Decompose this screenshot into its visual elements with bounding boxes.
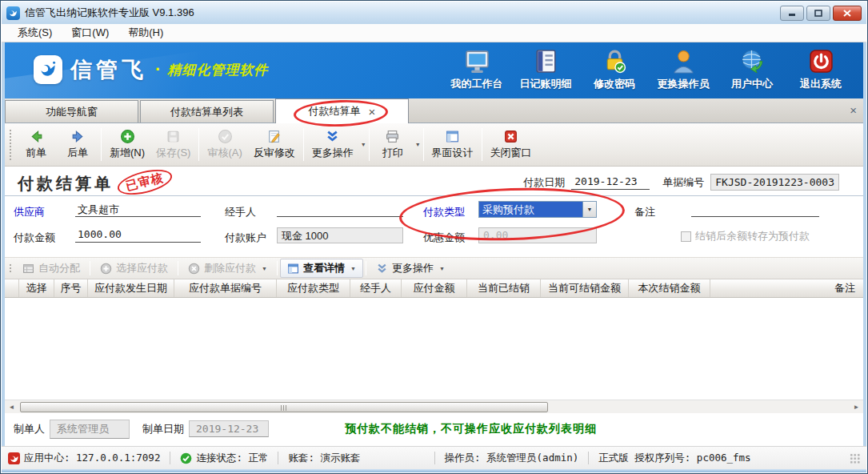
create-date-label: 制单日期 bbox=[142, 422, 184, 436]
connection-ok-icon bbox=[180, 452, 192, 464]
toolbar-separator bbox=[198, 128, 199, 161]
x-circle-grey-icon bbox=[188, 263, 200, 275]
toolbar-separator bbox=[482, 128, 482, 161]
col-payable-date[interactable]: 应付款发生日期 bbox=[88, 279, 174, 297]
pay-type-label: 付款类型 bbox=[423, 205, 465, 219]
col-remark[interactable]: 备注 bbox=[710, 279, 863, 297]
col-payable-amount[interactable]: 应付金额 bbox=[402, 279, 467, 297]
unaudit-edit-button[interactable]: 反审修改 bbox=[248, 127, 301, 163]
maximize-button[interactable] bbox=[806, 6, 830, 21]
window-title: 信管飞出纳记账软件专业版 V9.1.396 bbox=[25, 6, 194, 20]
user-center-button[interactable]: 用户中心 bbox=[718, 48, 786, 91]
scroll-right-icon[interactable]: ► bbox=[850, 400, 863, 414]
col-handler[interactable]: 经手人 bbox=[350, 279, 402, 297]
dropdown-caret-icon[interactable]: ▼ bbox=[582, 202, 596, 217]
grid-more-caret-icon[interactable]: ▼ bbox=[439, 266, 445, 271]
change-password-button[interactable]: 修改密码 bbox=[580, 48, 649, 91]
workbench-monitor-icon bbox=[464, 48, 490, 74]
menu-help[interactable]: 帮助(H) bbox=[120, 24, 171, 42]
brand-area: 信管飞 · 精细化管理软件 bbox=[34, 55, 268, 84]
remark-field[interactable] bbox=[691, 202, 819, 217]
pay-date-field[interactable]: 2019-12-23 bbox=[571, 175, 650, 190]
tab-payment-form[interactable]: 付款结算单 × bbox=[275, 98, 409, 123]
col-payable-doc-no[interactable]: 应付款单据编号 bbox=[174, 279, 277, 297]
gridbar-separator bbox=[277, 261, 278, 275]
scroll-left-icon[interactable]: ◄ bbox=[5, 400, 18, 414]
more-actions-caret-icon[interactable]: ▼ bbox=[361, 142, 366, 147]
workbench-button[interactable]: 我的工作台 bbox=[442, 48, 511, 91]
pay-type-dropdown[interactable]: 采购预付款 ▼ bbox=[478, 201, 597, 218]
tab-strip: 功能导航窗 付款结算单列表 付款结算单 × × bbox=[5, 98, 863, 123]
layout-window-icon bbox=[445, 129, 460, 144]
menu-system[interactable]: 系统(S) bbox=[10, 24, 60, 42]
app-center-status: 应用中心: 127.0.0.1:7092 bbox=[8, 452, 160, 465]
title-bar: 信管飞出纳记账软件专业版 V9.1.396 bbox=[2, 2, 866, 24]
close-button[interactable] bbox=[833, 6, 862, 21]
col-select[interactable]: 选择 bbox=[19, 279, 54, 297]
close-window-button[interactable]: 关闭窗口 bbox=[485, 127, 538, 163]
save-floppy-icon bbox=[166, 129, 181, 144]
next-doc-button[interactable]: 后单 bbox=[57, 127, 98, 163]
more-actions-button[interactable]: 更多操作 bbox=[306, 127, 359, 163]
amount-label: 付款金额 bbox=[14, 231, 55, 245]
switch-operator-button[interactable]: 更换操作员 bbox=[649, 48, 718, 91]
window-frame-bottom bbox=[2, 469, 866, 472]
gridbar-separator bbox=[90, 261, 90, 275]
chevrons-down-icon bbox=[325, 129, 340, 144]
license-status: 正式版 授权序列号: pc006_fms bbox=[598, 452, 750, 465]
tab-close-icon[interactable]: × bbox=[369, 106, 376, 118]
switch-operator-user-icon bbox=[670, 48, 697, 74]
user-center-globe-icon bbox=[739, 48, 766, 74]
table-body-empty[interactable] bbox=[5, 298, 863, 400]
tab-payment-list[interactable]: 付款结算单列表 bbox=[140, 100, 274, 123]
supplier-field[interactable]: 文具超市 bbox=[75, 202, 201, 217]
transfer-balance-checkbox[interactable] bbox=[681, 231, 691, 242]
print-button[interactable]: 打印 bbox=[372, 127, 414, 163]
transfer-balance-label: 结销后余额转存为预付款 bbox=[695, 229, 810, 243]
tabstrip-close-icon[interactable]: × bbox=[850, 104, 857, 116]
delete-payable-button: 删除应付款 ▼ bbox=[181, 259, 274, 278]
resize-grip[interactable] bbox=[850, 453, 860, 464]
toolbar-grip bbox=[8, 128, 12, 161]
form-footer: 制单人 系统管理员 制单日期 2019-12-23 预付款不能结销，不可操作应收… bbox=[5, 413, 863, 444]
add-new-button[interactable]: 新增(N) bbox=[104, 127, 150, 163]
scrollbar-thumb[interactable] bbox=[20, 402, 548, 412]
gridbar-separator bbox=[366, 261, 366, 275]
pay-type-selected: 采购预付款 bbox=[479, 202, 582, 217]
menu-bar: 系统(S) 窗口(W) 帮助(H) bbox=[2, 24, 866, 42]
journal-detail-icon bbox=[533, 48, 559, 74]
handler-label: 经手人 bbox=[225, 205, 256, 219]
app-center-logo-icon bbox=[8, 452, 20, 464]
journal-detail-button[interactable]: 日记账明细 bbox=[511, 48, 580, 91]
handler-field[interactable] bbox=[277, 202, 403, 217]
print-caret-icon[interactable]: ▼ bbox=[415, 142, 421, 147]
col-seq[interactable]: 序号 bbox=[54, 279, 88, 297]
col-settled[interactable]: 当前已结销 bbox=[467, 279, 541, 297]
arrow-right-icon bbox=[70, 129, 86, 144]
auto-assign-grid-icon bbox=[22, 263, 34, 275]
chevrons-down-small-icon bbox=[376, 263, 388, 275]
operator-status: 操作员: 系统管理员(admin) bbox=[445, 452, 579, 465]
col-this-settle[interactable]: 本次结销金额 bbox=[629, 279, 710, 297]
amount-field[interactable]: 1000.00 bbox=[75, 227, 201, 243]
grid-more-actions-button[interactable]: 更多操作 ▼ bbox=[369, 259, 452, 278]
minimize-button[interactable] bbox=[780, 6, 804, 21]
toolbar-separator bbox=[101, 128, 102, 161]
col-payable-type[interactable]: 应付款类型 bbox=[277, 279, 350, 297]
remark-label: 备注 bbox=[634, 205, 655, 219]
auto-assign-button: 自动分配 bbox=[15, 259, 87, 278]
exit-system-button[interactable]: 退出系统 bbox=[786, 48, 855, 91]
tab-function-nav[interactable]: 功能导航窗 bbox=[5, 100, 138, 123]
view-detail-button[interactable]: 查看详情 ▼ bbox=[280, 259, 363, 278]
page-title: 付款结算单 bbox=[18, 173, 114, 195]
main-toolbar: 前单 后单 新增(N) 保存(S) 审核(A) 反审修改 更多操作 ▼ bbox=[5, 123, 863, 167]
view-detail-caret-icon[interactable]: ▼ bbox=[350, 266, 356, 271]
prev-doc-button[interactable]: 前单 bbox=[15, 127, 57, 163]
ui-design-button[interactable]: 界面设计 bbox=[426, 127, 479, 163]
creator-label: 制单人 bbox=[14, 422, 45, 436]
menu-window[interactable]: 窗口(W) bbox=[63, 24, 117, 42]
select-payable-button: 选择应付款 bbox=[93, 259, 175, 278]
col-settleable[interactable]: 当前可结销金额 bbox=[541, 279, 629, 297]
printer-icon bbox=[385, 129, 400, 144]
status-separator bbox=[434, 452, 435, 464]
